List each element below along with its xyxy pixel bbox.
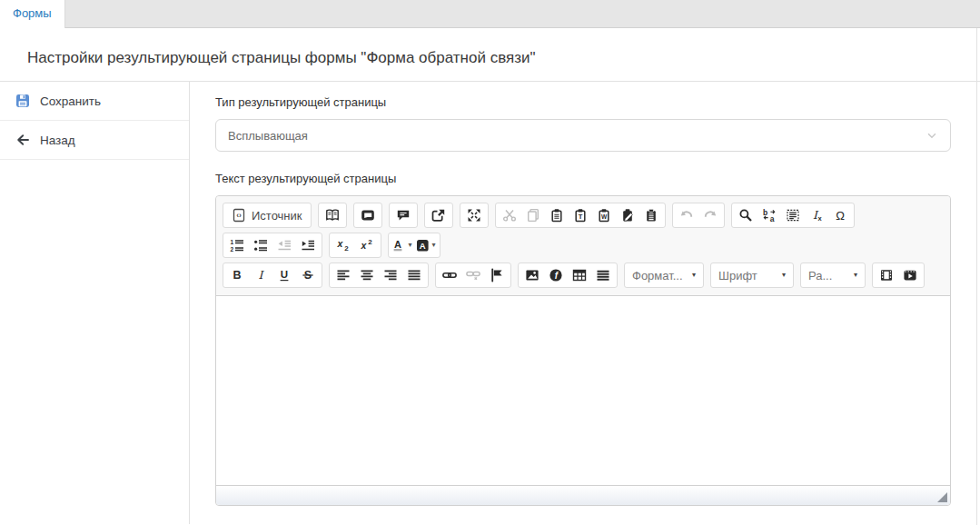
text-color-button[interactable]: A▾ (391, 234, 414, 256)
comment-icon (396, 208, 411, 223)
resize-handle-icon[interactable] (937, 492, 947, 502)
iframe-button[interactable] (356, 204, 380, 226)
toolbar-group: x2x2 (329, 233, 381, 258)
svg-text:U: U (281, 269, 288, 280)
table-button[interactable] (568, 264, 591, 286)
sidebar-item-label: Назад (40, 134, 75, 147)
content-layout: СохранитьНазад Тип результирующей страни… (0, 82, 980, 524)
redo-button[interactable] (698, 204, 722, 226)
result-page-type-select[interactable]: Всплывающая (215, 119, 951, 152)
align-center-button[interactable] (355, 264, 379, 286)
superscript-button[interactable]: x2 (355, 234, 379, 256)
flash-button[interactable]: f (544, 264, 568, 286)
chevron-down-icon (926, 129, 938, 142)
bold-button[interactable]: B (225, 264, 249, 286)
toolbar-group (318, 203, 347, 228)
source-icon: ‹› (232, 208, 246, 223)
numbered-list-button[interactable]: 12 (225, 234, 249, 256)
underline-icon: U (277, 268, 292, 282)
paste-edit-button[interactable] (616, 204, 639, 226)
select-all-button[interactable] (781, 204, 805, 226)
table-icon (572, 268, 587, 282)
toolbar-group (872, 262, 925, 288)
external-link-icon (431, 208, 446, 223)
toolbar-group (353, 203, 382, 228)
copy-button[interactable] (521, 204, 545, 226)
open-window-button[interactable] (427, 204, 450, 226)
anchor-button[interactable] (485, 264, 509, 286)
sidebar-item-save[interactable]: Сохранить (0, 82, 189, 121)
templates-button[interactable] (321, 204, 344, 226)
outdent-button[interactable] (272, 234, 296, 256)
omega-icon: Ω (833, 208, 847, 223)
undo-button[interactable] (675, 204, 698, 226)
toolbar-group: f (518, 262, 618, 288)
image-button[interactable] (520, 264, 544, 286)
clipboard-button[interactable] (639, 204, 663, 226)
align-justify-icon (407, 268, 421, 282)
toolbar-row: ‹›ИсточникTWbaIxΩ (223, 203, 945, 228)
format-select[interactable]: Формат...▾ (624, 262, 704, 288)
bulleted-list-button[interactable] (249, 234, 272, 256)
size-select[interactable]: Ра...▾ (800, 262, 866, 288)
cut-icon (502, 208, 517, 223)
rich-text-editor: ‹›ИсточникTWbaIxΩ12x2x2A▾A▾BIUSfФормат..… (215, 195, 951, 506)
toolbar-group: BIUS (223, 262, 322, 288)
find-button[interactable] (734, 204, 757, 226)
video-button[interactable] (875, 264, 898, 286)
page-header: Настройки результирующей страницы формы … (0, 28, 980, 82)
svg-text:B: B (233, 269, 241, 282)
subscript-button[interactable]: x2 (332, 234, 355, 256)
link-button[interactable] (438, 264, 461, 286)
italic-button[interactable]: I (249, 264, 272, 286)
paste-text-button[interactable]: T (569, 204, 592, 226)
source-button-label: Источник (252, 209, 302, 223)
cut-button[interactable] (498, 204, 521, 226)
remove-format-button[interactable]: Ix (805, 204, 828, 226)
result-page-type-value: Всплывающая (228, 129, 308, 143)
indent-button[interactable] (296, 234, 320, 256)
maximize-button[interactable] (462, 204, 486, 226)
find-icon (738, 208, 753, 223)
toolbar-group: TW (495, 203, 666, 228)
replace-button[interactable]: ba (757, 204, 781, 226)
unlink-button[interactable] (461, 264, 485, 286)
caret-down-icon: ▾ (692, 272, 696, 279)
youtube-button[interactable] (898, 264, 922, 286)
toolbar-group: ‹›Источник (223, 203, 312, 228)
svg-text:2: 2 (368, 238, 372, 246)
paste-button[interactable] (545, 204, 569, 226)
align-justify-button[interactable] (402, 264, 426, 286)
font-select[interactable]: Шрифт▾ (710, 262, 794, 288)
flash-icon: f (549, 268, 563, 282)
tab-bar: Формы (0, 0, 980, 28)
size-select-label: Ра... (808, 269, 832, 282)
indent-icon (301, 238, 315, 253)
align-right-button[interactable] (379, 264, 402, 286)
clipboard-icon (644, 208, 658, 223)
page-title: Настройки результирующей страницы формы … (27, 49, 953, 67)
paste-edit-icon (620, 208, 635, 223)
toolbar-group (424, 203, 453, 228)
outdent-icon (277, 238, 292, 253)
link-icon (442, 268, 457, 282)
svg-text:I: I (259, 268, 265, 282)
special-char-button[interactable]: Ω (828, 204, 852, 226)
toolbar-group: 12 (223, 233, 322, 258)
bold-icon: B (230, 268, 244, 282)
editor-content-area[interactable] (216, 296, 950, 485)
strike-icon: S (301, 268, 315, 282)
sidebar-item-back[interactable]: Назад (0, 121, 189, 160)
comment-button[interactable] (391, 204, 415, 226)
underline-button[interactable]: U (272, 264, 296, 286)
source-button[interactable]: ‹›Источник (225, 204, 309, 226)
bg-color-button[interactable]: A▾ (414, 234, 438, 256)
paste-word-button[interactable]: W (592, 204, 616, 226)
tab-forms[interactable]: Формы (0, 0, 65, 28)
horizontal-rule-button[interactable] (591, 264, 615, 286)
editor-toolbar: ‹›ИсточникTWbaIxΩ12x2x2A▾A▾BIUSfФормат..… (216, 196, 950, 296)
svg-text:W: W (600, 213, 607, 220)
video-icon (879, 268, 894, 282)
strikethrough-button[interactable]: S (296, 264, 320, 286)
align-left-button[interactable] (332, 264, 355, 286)
